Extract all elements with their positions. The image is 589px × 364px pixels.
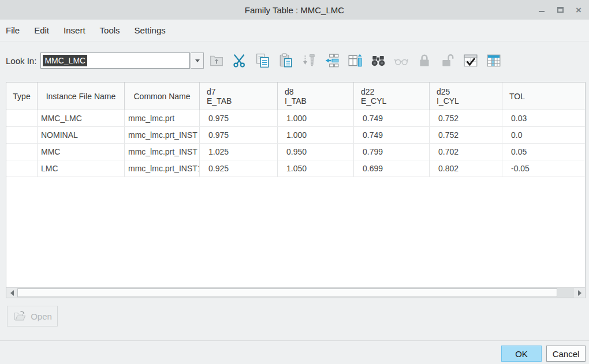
column-header-d22[interactable]: d22E_CYL: [354, 82, 430, 110]
verify-button[interactable]: [463, 52, 479, 69]
scrollbar-thumb[interactable]: [17, 288, 557, 297]
ok-button[interactable]: OK: [501, 346, 542, 362]
scroll-right-button[interactable]: [574, 288, 585, 298]
close-button[interactable]: ×: [574, 5, 583, 14]
look-in-value: MMC_LMC: [43, 55, 87, 66]
cell-type[interactable]: [6, 160, 38, 177]
column-header-type[interactable]: Type: [6, 82, 38, 110]
cell-d7[interactable]: 0.925: [200, 160, 278, 177]
window-controls: ×: [537, 0, 586, 20]
table-row[interactable]: MMC mmc_lmc.prt_INST 1.025 0.950 0.799 0…: [6, 144, 585, 160]
lock-button[interactable]: [416, 52, 433, 69]
insert-row-button[interactable]: [301, 52, 317, 69]
cell-d8[interactable]: 1.050: [278, 160, 354, 177]
menu-insert[interactable]: Insert: [64, 25, 85, 35]
toolbar: [208, 52, 502, 69]
table-row[interactable]: LMC mmc_lmc.prt_INST1 0.925 1.050 0.699 …: [6, 160, 585, 177]
cell-d25[interactable]: 0.702: [430, 144, 502, 160]
menubar: File Edit Insert Tools Settings: [0, 20, 589, 42]
cell-type[interactable]: [6, 110, 38, 126]
menu-file[interactable]: File: [6, 25, 20, 35]
maximize-icon: [557, 7, 564, 13]
cell-tol[interactable]: 0.0: [502, 127, 585, 143]
chevron-down-icon: [195, 59, 200, 62]
table-row[interactable]: NOMINAL mmc_lmc.prt_INST 0.975 1.000 0.7…: [6, 127, 585, 144]
find-button[interactable]: [370, 52, 386, 69]
cell-d25[interactable]: 0.752: [430, 110, 502, 126]
column-header-d8[interactable]: d8I_TAB: [278, 82, 354, 110]
cell-d8[interactable]: 1.000: [278, 127, 354, 143]
unlock-icon: [440, 53, 455, 68]
table-empty-area: [6, 177, 585, 287]
edit-column-button[interactable]: [347, 52, 363, 69]
cell-d8[interactable]: 1.000: [278, 110, 354, 126]
column-header-d7[interactable]: d7E_TAB: [200, 82, 278, 110]
insert-column-button[interactable]: [324, 52, 340, 69]
cell-type[interactable]: [6, 127, 38, 143]
cell-d22[interactable]: 0.699: [354, 160, 430, 177]
cell-d25[interactable]: 0.802: [430, 160, 502, 177]
minimize-icon: [539, 11, 545, 12]
binoculars-icon: [371, 53, 386, 68]
paste-icon: [278, 53, 293, 68]
cancel-button[interactable]: Cancel: [546, 346, 586, 362]
titlebar: Family Table : MMC_LMC ×: [0, 0, 589, 20]
move-up-folder-button[interactable]: [208, 52, 225, 69]
preview-button[interactable]: [393, 52, 409, 69]
cell-type[interactable]: [6, 144, 38, 160]
cell-d7[interactable]: 1.025: [200, 144, 278, 160]
column-header-d25[interactable]: d25I_CYL: [430, 82, 502, 110]
cell-d22[interactable]: 0.749: [354, 110, 430, 126]
open-button[interactable]: Open: [7, 306, 58, 327]
cell-instance-name[interactable]: NOMINAL: [38, 127, 125, 143]
menu-tools[interactable]: Tools: [100, 25, 120, 35]
cell-tol[interactable]: 0.03: [502, 110, 585, 126]
look-in-dropdown-button[interactable]: [191, 52, 204, 69]
open-button-label: Open: [31, 312, 52, 321]
copy-icon: [255, 53, 270, 68]
column-header-tol[interactable]: TOL: [502, 82, 585, 110]
cell-common-name[interactable]: mmc_lmc.prt: [125, 110, 200, 126]
cell-d8[interactable]: 0.950: [278, 144, 354, 160]
insert-column-icon: [325, 53, 340, 68]
menu-settings[interactable]: Settings: [135, 25, 166, 35]
cell-d7[interactable]: 0.975: [200, 127, 278, 143]
table-display-button[interactable]: [486, 52, 502, 69]
insert-row-icon: [301, 53, 316, 68]
unlock-button[interactable]: [439, 52, 456, 69]
minimize-button[interactable]: [537, 5, 546, 14]
look-in-input[interactable]: MMC_LMC: [40, 52, 190, 69]
paste-button[interactable]: [278, 52, 294, 69]
cell-d22[interactable]: 0.799: [354, 144, 430, 160]
column-header-common-name[interactable]: Common Name: [125, 82, 200, 110]
cell-common-name[interactable]: mmc_lmc.prt_INST: [125, 144, 200, 160]
cut-button[interactable]: [232, 52, 248, 69]
cell-instance-name[interactable]: MMC: [38, 144, 125, 160]
lock-icon: [417, 53, 432, 68]
horizontal-scrollbar[interactable]: [6, 287, 585, 298]
folder-up-icon: [209, 53, 224, 68]
cell-tol[interactable]: -0.05: [502, 160, 585, 177]
cell-d7[interactable]: 0.975: [200, 110, 278, 126]
copy-button[interactable]: [255, 52, 271, 69]
table-columns-icon: [486, 53, 501, 68]
cell-d25[interactable]: 0.752: [430, 127, 502, 143]
cell-tol[interactable]: 0.05: [502, 144, 585, 160]
cell-common-name[interactable]: mmc_lmc.prt_INST: [125, 127, 200, 143]
arrow-left-icon: [10, 290, 14, 296]
column-header-instance-file-name[interactable]: Instance File Name: [38, 82, 125, 110]
table-header-row: Type Instance File Name Common Name d7E_…: [6, 82, 585, 110]
arrow-right-icon: [578, 290, 581, 296]
scrollbar-track[interactable]: [17, 288, 574, 298]
menu-edit[interactable]: Edit: [34, 25, 49, 35]
edit-column-icon: [348, 53, 363, 68]
cell-instance-name[interactable]: MMC_LMC: [38, 110, 125, 126]
scissors-icon: [232, 53, 247, 68]
cell-d22[interactable]: 0.749: [354, 127, 430, 143]
toolbar-row: Look In: MMC_LMC: [0, 42, 589, 79]
maximize-button[interactable]: [556, 5, 565, 14]
table-row[interactable]: MMC_LMC mmc_lmc.prt 0.975 1.000 0.749 0.…: [6, 110, 585, 127]
scroll-left-button[interactable]: [6, 288, 17, 298]
cell-instance-name[interactable]: LMC: [38, 160, 125, 177]
cell-common-name[interactable]: mmc_lmc.prt_INST1: [125, 160, 200, 177]
